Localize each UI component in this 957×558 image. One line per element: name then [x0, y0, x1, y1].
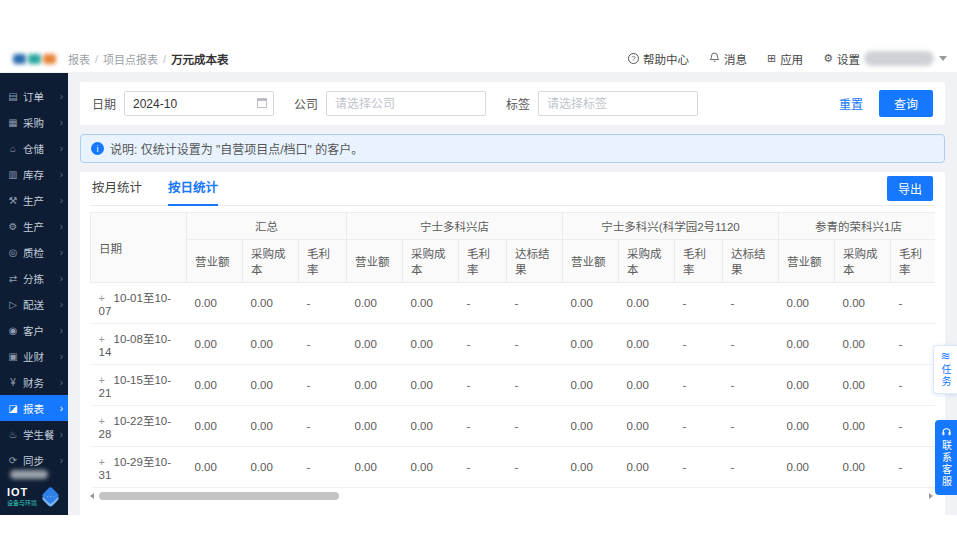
value-cell: -: [891, 324, 935, 365]
value-cell: -: [507, 324, 563, 365]
sidebar-item-production-2[interactable]: ⚙生产›: [0, 213, 68, 239]
header-action-messages[interactable]: 消息: [709, 51, 747, 67]
row-date-cell: +10-15至10-21: [91, 365, 187, 406]
col-header-date: 日期: [91, 213, 187, 283]
row-date: 10-29至10-31: [99, 456, 172, 481]
horizontal-scrollbar[interactable]: [90, 491, 935, 502]
query-button[interactable]: 查询: [879, 90, 933, 117]
table-row: +10-15至10-210.000.00-0.000.00--0.000.00-…: [91, 365, 936, 406]
page: 报表/项目点报表/万元成本表 ?帮助中心消息⊞应用⚙设置 ▤订单›▦采购›⌂仓储…: [0, 0, 957, 558]
iot-graphic-icon: ···: [40, 486, 62, 506]
chevron-right-icon: ›: [60, 299, 63, 310]
date-input[interactable]: [124, 91, 274, 116]
report-icon: ◪: [7, 403, 19, 414]
sidebar-item-label: 客户: [23, 323, 44, 338]
col-sub-header: 采购成本: [243, 240, 299, 283]
summary-value-cell: -: [346, 503, 402, 515]
sidebar-item-label: 质检: [23, 245, 44, 260]
scrollbar-thumb[interactable]: [99, 492, 339, 500]
chevron-right-icon: ›: [60, 377, 63, 388]
sidebar-item-student-meal[interactable]: ♨学生餐›: [0, 421, 68, 447]
export-button[interactable]: 导出: [887, 176, 933, 201]
sidebar-item-quality[interactable]: ◎质检›: [0, 239, 68, 265]
value-cell: 0.00: [243, 365, 299, 406]
header-action-apps[interactable]: ⊞应用: [767, 51, 803, 67]
reset-button[interactable]: 重置: [839, 95, 863, 112]
expand-icon[interactable]: +: [99, 415, 107, 427]
expand-icon[interactable]: +: [99, 456, 107, 468]
expand-icon[interactable]: +: [99, 374, 107, 386]
sidebar-item-label: 财务: [23, 375, 44, 390]
contact-service-label: 联系客服: [939, 440, 954, 488]
breadcrumb-item[interactable]: 报表: [68, 51, 90, 67]
value-cell: 0.00: [619, 406, 675, 447]
tag-select[interactable]: [538, 91, 698, 116]
breadcrumb-item: 万元成本表: [171, 51, 229, 67]
production-icon: ⚒: [7, 195, 19, 206]
sidebar-item-sorting[interactable]: ⇄分拣›: [0, 265, 68, 291]
tasks-widget[interactable]: ≋ 任务: [933, 345, 957, 394]
sync-icon: ⟳: [7, 455, 19, 466]
row-date-cell: +10-29至10-31: [91, 447, 187, 488]
value-cell: -: [299, 447, 347, 488]
value-cell: -: [723, 406, 779, 447]
blurred-region: [10, 470, 48, 479]
iot-logo: IOT 设备与环境 ···: [0, 486, 68, 513]
header-action-settings[interactable]: ⚙设置: [823, 51, 860, 67]
expand-icon[interactable]: +: [99, 292, 107, 304]
company-filter: 公司: [294, 91, 486, 116]
value-cell: -: [723, 324, 779, 365]
sidebar-item-delivery[interactable]: ▷配送›: [0, 291, 68, 317]
row-date-cell: +10-01至10-07: [91, 283, 187, 324]
value-cell: 0.00: [403, 447, 459, 488]
breadcrumb-item[interactable]: 项目点报表: [103, 51, 158, 67]
value-cell: -: [459, 447, 507, 488]
user-menu[interactable]: [864, 51, 947, 66]
sidebar-item-business-finance[interactable]: ▣业财›: [0, 343, 68, 369]
scroll-left-icon[interactable]: [90, 493, 94, 499]
info-alert: 说明: 仅统计设置为 "自营项目点/档口" 的客户。: [80, 134, 945, 163]
info-icon: [91, 142, 104, 155]
row-date: 10-08至10-14: [99, 333, 172, 358]
date-filter: 日期: [92, 91, 274, 116]
summary-value-cell: -: [674, 503, 722, 515]
filter-bar: 日期 公司 标签 重置 查询: [80, 82, 945, 125]
header-actions: ?帮助中心消息⊞应用⚙设置: [628, 51, 860, 67]
col-sub-header: 营业额: [187, 240, 243, 283]
sidebar-item-purchase[interactable]: ▦采购›: [0, 109, 68, 135]
value-cell: 0.00: [347, 324, 403, 365]
value-cell: -: [723, 365, 779, 406]
tab-monthly[interactable]: 按月统计: [92, 172, 142, 206]
order-icon: ▤: [7, 91, 19, 102]
value-cell: 0.00: [619, 447, 675, 488]
value-cell: 0.00: [187, 283, 243, 324]
value-cell: 0.00: [563, 324, 619, 365]
expand-icon[interactable]: +: [99, 333, 107, 345]
company-select[interactable]: [326, 91, 486, 116]
sidebar-item-reports[interactable]: ◪报表›: [0, 395, 68, 421]
purchase-icon: ▦: [7, 117, 19, 128]
sidebar-item-orders[interactable]: ▤订单›: [0, 83, 68, 109]
sidebar: ▤订单›▦采购›⌂仓储›▥库存›⚒生产›⚙生产›◎质检›⇄分拣›▷配送›◉客户›…: [0, 73, 68, 515]
sidebar-item-finance[interactable]: ¥财务›: [0, 369, 68, 395]
value-cell: -: [723, 283, 779, 324]
sidebar-item-inventory[interactable]: ▥库存›: [0, 161, 68, 187]
value-cell: 0.00: [347, 365, 403, 406]
sidebar-item-customers[interactable]: ◉客户›: [0, 317, 68, 343]
tab-daily[interactable]: 按日统计: [168, 172, 218, 206]
value-cell: 0.00: [243, 324, 299, 365]
header-action-help-center[interactable]: ?帮助中心: [628, 51, 689, 67]
sidebar-item-warehouse[interactable]: ⌂仓储›: [0, 135, 68, 161]
value-cell: -: [675, 324, 723, 365]
sidebar-item-production[interactable]: ⚒生产›: [0, 187, 68, 213]
value-cell: 0.00: [779, 324, 835, 365]
avatar: [864, 51, 934, 66]
col-sub-header: 毛利率: [299, 240, 347, 283]
summary-value-cell: -: [506, 503, 562, 515]
tag-filter: 标签: [506, 91, 698, 116]
contact-service-widget[interactable]: 联系客服: [935, 420, 957, 495]
scroll-right-icon[interactable]: [929, 493, 933, 499]
col-group-header: 宁士多科兴店: [347, 213, 563, 240]
header-action-label: 应用: [780, 51, 803, 67]
breadcrumb-separator: /: [163, 53, 166, 65]
